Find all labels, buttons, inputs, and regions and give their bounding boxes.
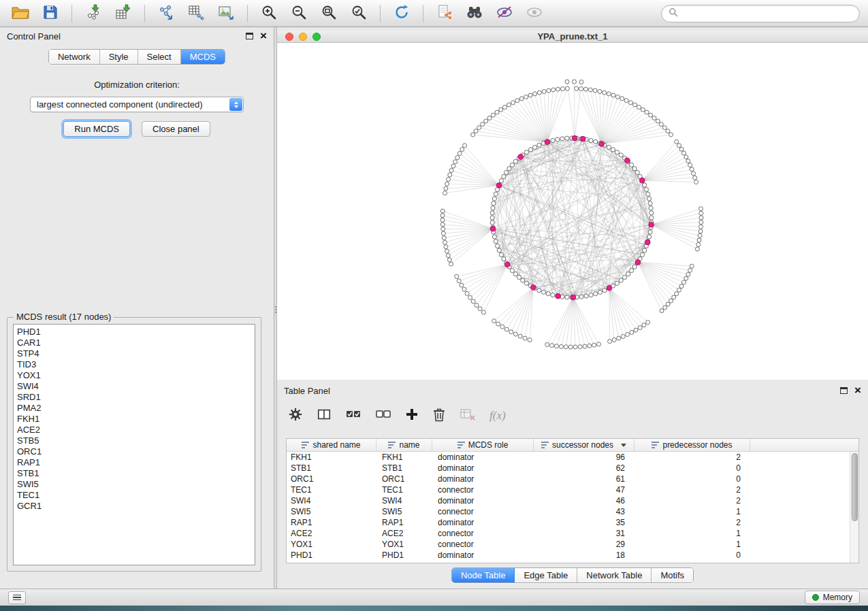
refresh-button[interactable]	[388, 3, 415, 24]
mcds-result-item[interactable]: STP4	[17, 348, 255, 359]
table-cell[interactable]: 2	[634, 484, 750, 495]
zoom-fit-button[interactable]	[315, 3, 342, 24]
table-cell[interactable]: connector	[432, 528, 534, 539]
table-cell[interactable]: 2	[634, 517, 750, 528]
mcds-result-item[interactable]: CAR1	[17, 337, 255, 348]
network-canvas[interactable]	[277, 43, 868, 380]
column-header-predecessor-nodes[interactable]: predecessor nodes	[634, 439, 750, 451]
table-cell[interactable]: 1	[634, 539, 750, 550]
mcds-result-item[interactable]: PHD1	[17, 327, 255, 337]
table-cell[interactable]: 62	[534, 463, 634, 474]
save-session-button[interactable]	[37, 3, 64, 24]
column-header-shared-name[interactable]: shared name	[287, 439, 376, 451]
search-input[interactable]	[683, 8, 852, 20]
network-svg[interactable]	[277, 43, 868, 380]
table-row[interactable]: ACE2ACE2connector311	[287, 528, 850, 539]
float-window-icon[interactable]	[840, 387, 848, 394]
panel-menu-button[interactable]	[8, 591, 26, 604]
float-window-icon[interactable]	[246, 33, 253, 39]
open-session-button[interactable]	[7, 3, 34, 24]
close-icon[interactable]: ×	[260, 32, 267, 40]
table-cell[interactable]: SWI5	[376, 506, 432, 517]
mcds-result-item[interactable]: ORC1	[17, 446, 255, 457]
tab-mcds[interactable]: MCDS	[181, 50, 225, 64]
table-cell[interactable]: ACE2	[287, 528, 376, 539]
column-header-successor-nodes[interactable]: successor nodes	[534, 439, 634, 451]
zoom-selected-button[interactable]	[345, 3, 372, 24]
table-cell[interactable]: connector	[432, 484, 534, 495]
mcds-result-item[interactable]: SRD1	[17, 392, 255, 403]
table-cell[interactable]: dominator	[432, 517, 534, 528]
table-cell[interactable]: TEC1	[376, 484, 432, 495]
table-cell[interactable]: SWI4	[376, 495, 432, 506]
table-cell[interactable]: FKH1	[287, 452, 376, 463]
table-row[interactable]: TEC1TEC1connector472	[287, 484, 850, 495]
tab-motifs[interactable]: Motifs	[652, 568, 693, 582]
delete-table-button[interactable]	[460, 406, 476, 426]
hide-details-button[interactable]	[491, 3, 518, 24]
column-header-mcds-role[interactable]: MCDS role	[432, 439, 534, 451]
table-cell[interactable]: RAP1	[287, 517, 376, 528]
mcds-result-item[interactable]: TEC1	[17, 490, 255, 501]
mcds-result-item[interactable]: STB5	[17, 435, 255, 446]
mcds-result-item[interactable]: ACE2	[17, 425, 255, 435]
table-cell[interactable]: connector	[432, 506, 534, 517]
column-header-name[interactable]: name	[376, 439, 432, 451]
table-cell[interactable]: PHD1	[376, 550, 432, 561]
tab-style[interactable]: Style	[100, 50, 138, 64]
table-cell[interactable]: STB1	[287, 463, 376, 474]
table-cell[interactable]: 2	[634, 452, 750, 463]
table-row[interactable]: SWI5SWI5connector431	[287, 506, 850, 517]
table-row[interactable]: RAP1RAP1dominator352	[287, 517, 850, 528]
mcds-result-item[interactable]: SWI5	[17, 479, 255, 490]
table-row[interactable]: ORC1ORC1dominator610	[287, 474, 850, 484]
table-row[interactable]: FKH1FKH1dominator962	[287, 452, 850, 463]
table-cell[interactable]: 18	[534, 550, 634, 561]
table-cell[interactable]: FKH1	[376, 452, 432, 463]
table-row[interactable]: SWI4SWI4dominator462	[287, 495, 850, 506]
function-builder-button[interactable]: f(x)	[489, 406, 506, 426]
table-cell[interactable]: 0	[634, 550, 750, 561]
import-network-button[interactable]	[80, 3, 107, 24]
table-cell[interactable]: YOX1	[287, 539, 376, 550]
table-cell[interactable]: SWI5	[287, 506, 376, 517]
mcds-result-item[interactable]: YOX1	[17, 370, 255, 381]
table-cell[interactable]: RAP1	[376, 517, 432, 528]
table-cell[interactable]: PHD1	[287, 550, 376, 561]
run-mcds-button[interactable]: Run MCDS	[63, 121, 130, 137]
search-network-button[interactable]	[461, 3, 488, 24]
table-cell[interactable]: 0	[634, 474, 750, 484]
memory-button[interactable]: Memory	[805, 591, 860, 604]
tab-node-table[interactable]: Node Table	[452, 568, 515, 582]
table-cell[interactable]: connector	[432, 539, 534, 550]
export-image-button[interactable]	[212, 3, 240, 24]
table-cell[interactable]: dominator	[432, 550, 534, 561]
deselect-all-button[interactable]	[375, 406, 391, 426]
optimization-criterion-select[interactable]: largest connected component (undirected)	[30, 97, 244, 112]
mcds-result-item[interactable]: STB1	[17, 468, 255, 479]
select-all-button[interactable]	[345, 406, 361, 426]
mcds-result-item[interactable]: FKH1	[17, 414, 255, 425]
mcds-result-list[interactable]: PHD1CAR1STP4TID3YOX1SWI4SRD1PMA2FKH1ACE2…	[13, 324, 255, 565]
table-cell[interactable]: 0	[634, 463, 750, 474]
mcds-result-item[interactable]: GCR1	[17, 501, 255, 512]
delete-column-button[interactable]	[432, 406, 446, 426]
search-field[interactable]	[661, 5, 860, 22]
scrollbar-thumb[interactable]	[852, 453, 858, 521]
table-cell[interactable]: 1	[634, 506, 750, 517]
table-cell[interactable]: SWI4	[287, 495, 376, 506]
tab-select[interactable]: Select	[138, 50, 181, 64]
table-cell[interactable]: 46	[534, 495, 634, 506]
table-cell[interactable]: ACE2	[376, 528, 432, 539]
tab-network[interactable]: Network	[49, 50, 100, 64]
table-scrollbar[interactable]	[850, 452, 858, 563]
export-table-button[interactable]	[182, 3, 210, 24]
close-panel-button[interactable]: Close panel	[142, 121, 210, 137]
table-row[interactable]: STB1STB1dominator620	[287, 463, 850, 474]
tab-network-table[interactable]: Network Table	[577, 568, 652, 582]
table-cell[interactable]: TEC1	[287, 484, 376, 495]
table-cell[interactable]: 1	[634, 528, 750, 539]
table-cell[interactable]: 2	[634, 495, 750, 506]
table-cell[interactable]: 35	[534, 517, 634, 528]
table-cell[interactable]: dominator	[432, 474, 534, 484]
